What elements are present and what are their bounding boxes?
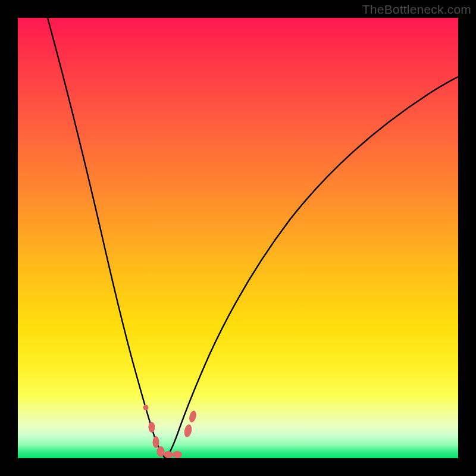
watermark-text: TheBottleneck.com [362, 2, 471, 17]
curve-right-arm [165, 77, 458, 458]
bottleneck-curve [18, 18, 458, 458]
marker-dot [164, 451, 173, 458]
marker-dot [173, 451, 182, 458]
curve-left-arm [48, 18, 165, 458]
marker-dot [183, 424, 193, 438]
marker-dot [153, 436, 159, 448]
plot-area [18, 18, 458, 458]
marker-dot [149, 422, 155, 433]
marker-dot [143, 405, 149, 411]
marker-dot [188, 410, 198, 423]
marker-dot [157, 446, 165, 457]
